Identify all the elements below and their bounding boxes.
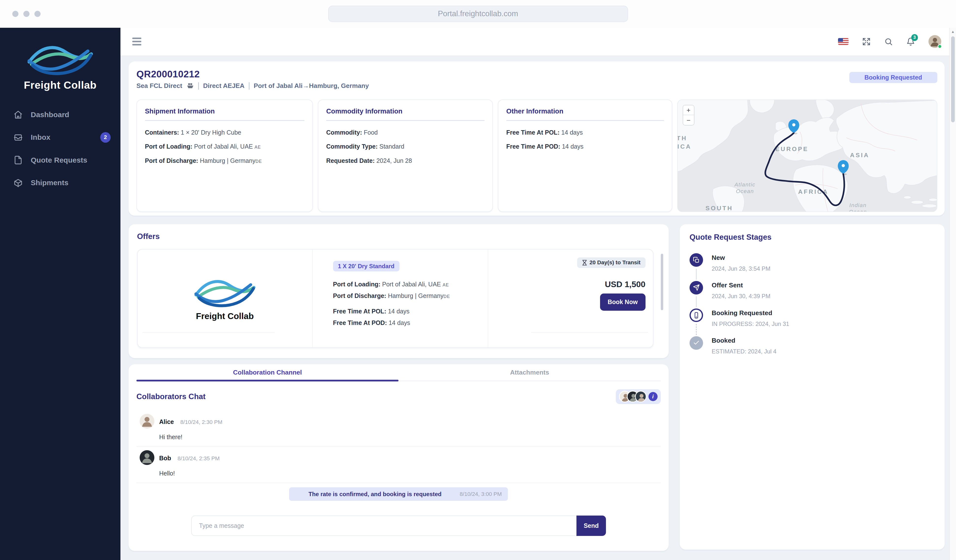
message-text: Hello! [159, 470, 661, 477]
online-status-dot [937, 44, 942, 49]
map-label-north: NORTH [678, 135, 687, 141]
svg-text:Ocean: Ocean [849, 209, 867, 211]
send-icon [690, 281, 703, 295]
us-flag-icon [838, 38, 849, 45]
message-time: 8/10/24, 2:35 PM [178, 455, 220, 461]
system-message: The rate is confirmed, and booking is re… [289, 487, 508, 501]
language-selector[interactable] [838, 38, 849, 45]
divider [531, 332, 648, 333]
avatar [140, 414, 154, 428]
message-time: 8/10/24, 2:30 PM [180, 419, 222, 425]
fullscreen-button[interactable] [862, 37, 871, 46]
expand-icon [862, 37, 871, 46]
map-zoom-in-button[interactable]: + [683, 105, 694, 115]
offer-row-free-time-pod: Free Time At POD: 14 days [333, 318, 481, 327]
offer-price: USD 1,500 [605, 279, 645, 289]
info-row-commodity: Commodity: Food [326, 128, 484, 137]
window-dot[interactable] [35, 11, 41, 17]
send-button[interactable]: Send [577, 516, 606, 536]
country-code: AE [442, 282, 449, 287]
page-scrollbar[interactable]: ▲ [950, 28, 956, 560]
tab-attachments[interactable]: Attachments [398, 364, 660, 381]
participants-group[interactable]: i [616, 389, 661, 404]
system-message-text: The rate is confirmed, and booking is re… [295, 491, 455, 497]
sidebar: Freight Collab Dashboard Inbox 2 Quote R… [0, 28, 121, 560]
carrier-logo-block: Freight Collab [138, 249, 313, 348]
inbox-unread-badge: 2 [100, 132, 111, 143]
chat-message: Bob 8/10/24, 2:35 PM Hello! [137, 447, 661, 483]
document-icon [14, 155, 23, 165]
offers-scrollbar[interactable] [661, 254, 663, 310]
book-now-button[interactable]: Book Now [600, 293, 646, 311]
quote-header-panel: QR200010212 Sea FCL Direct Direct AEJEA … [129, 61, 945, 216]
freight-collab-logo [25, 41, 96, 78]
info-row-containers: Containers: 1 × 20' Dry High Cube [145, 128, 305, 137]
check-icon [690, 336, 703, 350]
screenshot-root: Portal.freightcollab.com Freight Collab … [0, 0, 956, 560]
tab-collaboration-channel[interactable]: Collaboration Channel [137, 364, 398, 381]
chat-message: Alice 8/10/24, 2:30 PM Hi there! [137, 410, 661, 447]
notification-count-badge: 3 [911, 34, 918, 41]
divider [143, 332, 275, 333]
country-code: AE [255, 145, 261, 150]
map-zoom-out-button[interactable]: − [683, 115, 694, 125]
sidebar-item-dashboard[interactable]: Dashboard [0, 104, 121, 126]
svg-text:Ocean: Ocean [736, 188, 754, 194]
sidebar-item-shipments[interactable]: Shipments [0, 171, 121, 194]
transit-time-chip: 20 Day(s) to Transit [577, 257, 646, 268]
notifications-button[interactable]: 3 [906, 37, 915, 46]
main-area: 3 QR200010212 Sea FCL Direct [121, 28, 956, 560]
map-label-asia: ASIA [850, 152, 870, 158]
country-code: DE [443, 294, 450, 299]
divider [145, 120, 305, 121]
user-avatar[interactable] [928, 35, 942, 48]
sidebar-item-quote-requests[interactable]: Quote Requests [0, 149, 121, 172]
message-text: Hi there! [159, 433, 661, 441]
collab-tabs: Collaboration Channel Attachments [137, 364, 661, 381]
card-title: Commodity Information [326, 107, 484, 115]
offer-card: Freight Collab 1 X 20' Dry Standard Port… [137, 249, 653, 348]
info-row-free-time-pol: Free Time At POL: 14 days [506, 128, 664, 137]
world-map-svg: NORTH AMERICA EUROPE ASIA AFRICA SOUTH A… [678, 100, 937, 212]
info-row-free-time-pod: Free Time At POD: 14 days [506, 142, 664, 151]
system-message-time: 8/10/24, 3:00 PM [460, 491, 502, 497]
sidebar-item-inbox[interactable]: Inbox 2 [0, 126, 121, 149]
message-input[interactable] [191, 516, 577, 536]
transport-mode: Sea FCL Direct [137, 82, 182, 89]
shipment-information-card: Shipment Information Containers: 1 × 20'… [137, 99, 313, 212]
sidebar-nav: Dashboard Inbox 2 Quote Requests Shipmen… [0, 104, 121, 194]
offer-details: 1 X 20' Dry Standard Port of Loading: Po… [313, 249, 488, 348]
menu-toggle-button[interactable] [132, 38, 142, 45]
status-badge: Booking Requested [849, 72, 937, 83]
map-label-atlantic: Atlantic [734, 182, 755, 188]
participant-avatar [635, 391, 647, 403]
divider [326, 120, 484, 121]
scrollbar-thumb[interactable] [951, 36, 955, 122]
scrollbar-up-arrow[interactable]: ▲ [950, 28, 956, 34]
collaboration-panel: Collaboration Channel Attachments Collab… [129, 364, 669, 551]
window-dot[interactable] [24, 11, 30, 17]
message-author: Alice [159, 418, 174, 425]
quote-stages-panel: Quote Request Stages New 2024, Jun 28, 3… [680, 224, 945, 550]
offer-row-pol: Port of Loading: Port of Jabal Ali, UAE … [333, 280, 481, 289]
chat-info-icon[interactable]: i [648, 392, 658, 402]
route-map[interactable]: NORTH AMERICA EUROPE ASIA AFRICA SOUTH A… [677, 99, 937, 212]
stage-booked: Booked ESTIMATED: 2024, Jul 4 [690, 336, 935, 364]
mobile-icon [690, 309, 703, 322]
stage-new: New 2024, Jun 28, 3:54 PM [690, 253, 935, 281]
window-controls[interactable] [12, 0, 41, 28]
other-information-card: Other Information Free Time At POL: 14 d… [498, 99, 672, 212]
page-title-quote-id: QR200010212 [137, 69, 937, 80]
url-text: Portal.freightcollab.com [438, 9, 518, 18]
window-dot[interactable] [12, 11, 19, 17]
browser-chrome: Portal.freightcollab.com [0, 0, 956, 28]
browser-address-bar[interactable]: Portal.freightcollab.com [328, 6, 628, 22]
ship-icon [187, 83, 194, 89]
divider [198, 82, 199, 89]
card-title: Shipment Information [145, 107, 305, 115]
chat-messages: Alice 8/10/24, 2:30 PM Hi there! [137, 410, 661, 483]
search-button[interactable] [884, 37, 893, 46]
map-zoom-controls: + − [682, 105, 695, 125]
sidebar-item-label: Dashboard [31, 111, 69, 119]
sidebar-item-label: Quote Requests [31, 156, 87, 164]
